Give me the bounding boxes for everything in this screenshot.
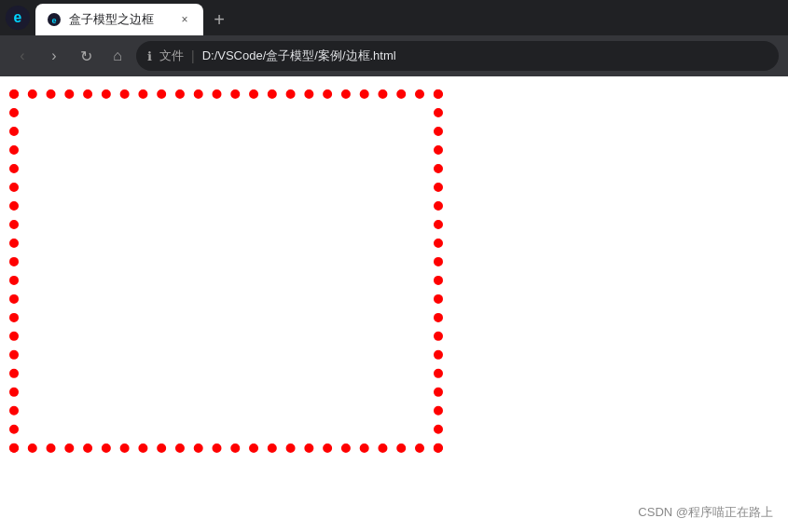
- url-text: D:/VSCode/盒子模型/案例/边框.html: [202, 48, 767, 64]
- browser-logo: e: [0, 0, 35, 35]
- active-tab[interactable]: e 盒子模型之边框 ×: [35, 4, 203, 35]
- tab-favicon: e: [47, 12, 62, 27]
- page-content: CSDN @程序喵正在路上: [0, 76, 788, 532]
- svg-text:e: e: [14, 9, 22, 25]
- url-bar[interactable]: ℹ 文件 | D:/VSCode/盒子模型/案例/边框.html: [136, 41, 779, 71]
- home-icon: ⌂: [113, 48, 122, 64]
- watermark: CSDN @程序喵正在路上: [638, 504, 773, 521]
- forward-button[interactable]: ›: [41, 43, 67, 69]
- browser-chrome: e e 盒子模型之边框 × + ‹ › ↻ ⌂: [0, 0, 788, 76]
- url-separator: |: [191, 48, 195, 63]
- address-bar: ‹ › ↻ ⌂ ℹ 文件 | D:/VSCode/盒子模型/案例/边框.html: [0, 35, 788, 76]
- back-button[interactable]: ‹: [9, 43, 35, 69]
- border-demo-box: [9, 89, 443, 453]
- tab-close-button[interactable]: ×: [177, 12, 192, 27]
- security-icon: ℹ: [147, 49, 152, 63]
- home-button[interactable]: ⌂: [104, 43, 131, 69]
- back-icon: ‹: [20, 48, 24, 64]
- reload-button[interactable]: ↻: [73, 43, 99, 69]
- tab-bar: e e 盒子模型之边框 × +: [0, 0, 788, 35]
- svg-text:e: e: [51, 16, 56, 25]
- url-scheme: 文件: [159, 48, 184, 64]
- new-tab-button[interactable]: +: [203, 4, 235, 35]
- reload-icon: ↻: [80, 48, 92, 65]
- tab-title: 盒子模型之边框: [69, 11, 170, 28]
- forward-icon: ›: [51, 48, 56, 64]
